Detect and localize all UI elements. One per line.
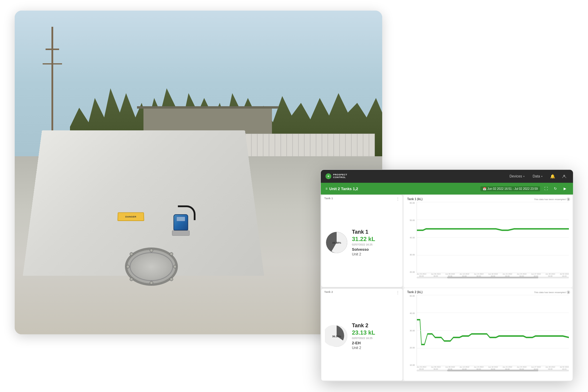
y-label: 40.00 — [410, 237, 415, 239]
bolt — [126, 265, 130, 268]
y-label: 50.00 — [410, 219, 415, 221]
y-label: 30.00 — [410, 330, 415, 332]
nav-logo: PROSPECT CONTROL — [325, 173, 347, 179]
nav-bar: PROSPECT CONTROL Devices ▾ Data ▾ 🔔 — [321, 170, 573, 183]
chart2-plot — [417, 295, 569, 366]
chart1-note: This data has been resampled ℹ — [534, 197, 570, 201]
bolt — [130, 252, 133, 256]
y-label: 10.00 — [410, 364, 415, 366]
chart1-info-icon: ℹ — [567, 197, 570, 201]
svg-point-1 — [563, 175, 565, 177]
bolt — [173, 265, 177, 268]
refresh-button[interactable]: ↻ — [552, 185, 559, 192]
tank2-date: 02/07/2022 16:25 — [352, 337, 399, 340]
chart2-area: 60.00 40.00 30.00 20.00 10.00 — [407, 295, 569, 372]
tank1-unit: Unit 2 — [352, 252, 399, 256]
tank2-product: 2-EH — [352, 341, 399, 345]
tank2-card: Tank 2 ⋮ 36.36% Tank 2 23.13 kL 0 — [321, 289, 402, 381]
tank1-menu[interactable]: ⋮ — [396, 197, 400, 201]
y-label: 40.00 — [410, 312, 415, 314]
tank2-name: Tank 2 — [352, 323, 399, 329]
svg-text:36.36%: 36.36% — [332, 335, 341, 338]
main-scene: DANGER — [15, 11, 573, 381]
nav-user-button[interactable] — [560, 172, 568, 180]
tank1-product: Solvesso — [352, 247, 399, 252]
grid-line — [417, 330, 569, 331]
tank2-pie-chart: 36.36% — [325, 324, 348, 348]
tank-divider — [321, 288, 402, 288]
y-label: 30.00 — [410, 254, 415, 256]
grid-line — [417, 313, 569, 313]
sensor-screen — [176, 217, 185, 221]
tank2-info: Tank 2 23.13 kL 02/07/2022 16:25 2-EH Un… — [352, 323, 399, 350]
sensor-device — [169, 214, 193, 244]
tank2-unit: Unit 2 — [352, 346, 399, 350]
chart2-panel: Tank 2 (kL) This data has been resampled… — [404, 288, 572, 381]
tanks-list: Tank 1 ⋮ 49.88% Tank 1 — [321, 195, 403, 381]
grid-line — [417, 295, 569, 295]
expand-button[interactable]: ⛶ — [542, 185, 549, 192]
chart1-plot — [417, 202, 569, 273]
chart1-scrollbar-thumb — [447, 277, 539, 278]
chart1-scrollbar[interactable] — [417, 277, 569, 278]
grid-line — [417, 348, 569, 348]
tank1-label: Tank 1 — [324, 197, 333, 200]
grid-line — [417, 220, 569, 220]
tank1-date: 02/07/2022 16:25 — [352, 243, 399, 246]
manhole-cover — [125, 248, 178, 286]
tank2-label: Tank 2 — [324, 290, 333, 293]
hamburger-icon: ≡ — [325, 187, 328, 191]
y-label: 60.00 — [410, 202, 415, 204]
chart1-area: 60.00 50.00 40.00 30.00 20.00 — [407, 202, 569, 279]
chart1-panel: Tank 1 (kL) This data has been resampled… — [404, 195, 572, 288]
bolt — [130, 278, 133, 281]
y-label: 60.00 — [410, 295, 415, 297]
chart2-scrollbar[interactable] — [417, 370, 569, 371]
nav-devices-label: Devices — [510, 174, 522, 178]
nav-data-chevron: ▾ — [541, 175, 542, 178]
calendar-icon: 📅 — [483, 187, 486, 190]
bolt — [150, 249, 153, 252]
nav-data-label: Data — [533, 174, 540, 178]
y-label: 20.00 — [410, 347, 415, 349]
page-title: ≡ Unit 2 Tanks 1,2 — [325, 187, 358, 191]
nav-devices-chevron: ▾ — [523, 175, 524, 178]
sensor-body — [173, 214, 188, 230]
tank1-info: Tank 1 31.22 kL 02/07/2022 16:25 Solvess… — [352, 229, 399, 256]
sensor-base — [172, 230, 190, 236]
nav-devices[interactable]: Devices ▾ — [507, 173, 527, 180]
tank2-volume: 23.13 kL — [352, 329, 399, 336]
chart2-y-axis: 60.00 40.00 30.00 20.00 10.00 — [407, 295, 416, 366]
grid-line — [417, 237, 569, 238]
chart2-note-text: This data has been resampled — [534, 291, 566, 294]
sub-header: ≡ Unit 2 Tanks 1,2 📅 Jun 02 2022 16:51 -… — [321, 183, 573, 195]
logo-icon — [325, 173, 331, 179]
chart2-info-icon: ℹ — [567, 290, 570, 294]
date-range-text: Jun 02 2022 16:51 - Jul 02 2022 23:59 — [487, 187, 538, 190]
grid-line — [417, 255, 569, 255]
danger-sign: DANGER — [117, 212, 144, 221]
grid-line — [417, 202, 569, 202]
bolt — [150, 281, 153, 285]
bolt — [170, 252, 173, 256]
logo-text: PROSPECT CONTROL — [333, 174, 347, 179]
svg-text:49.88%: 49.88% — [332, 241, 341, 244]
chart2-note: This data has been resampled ℹ — [534, 290, 570, 294]
charts-panel: Tank 1 (kL) This data has been resampled… — [403, 195, 573, 381]
page-title-text: Unit 2 Tanks 1,2 — [329, 187, 358, 191]
play-button[interactable]: ▶ — [561, 185, 568, 192]
tank2-menu[interactable]: ⋮ — [396, 290, 400, 295]
tank1-volume: 31.22 kL — [352, 236, 399, 242]
bolt — [170, 278, 173, 281]
content-area: Tank 1 ⋮ 49.88% Tank 1 — [321, 195, 573, 381]
tank1-pie-chart: 49.88% — [325, 231, 348, 254]
tank1-card: Tank 1 ⋮ 49.88% Tank 1 — [321, 195, 402, 287]
chart1-note-text: This data has been resampled — [534, 198, 566, 201]
y-label: 20.00 — [410, 271, 415, 273]
chart1-y-axis: 60.00 50.00 40.00 30.00 20.00 — [407, 202, 416, 273]
nav-bell-button[interactable]: 🔔 — [548, 172, 557, 180]
nav-data[interactable]: Data ▾ — [530, 173, 545, 180]
dashboard: PROSPECT CONTROL Devices ▾ Data ▾ 🔔 — [320, 170, 573, 381]
chart2-scrollbar-thumb — [447, 370, 539, 371]
date-range-picker[interactable]: 📅 Jun 02 2022 16:51 - Jul 02 2022 23:59 — [480, 186, 540, 191]
